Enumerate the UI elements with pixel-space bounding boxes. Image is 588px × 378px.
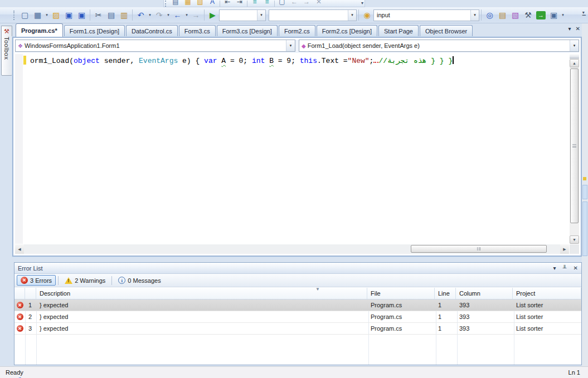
column-column-header[interactable]: Column	[456, 288, 513, 299]
decrease-indent-icon[interactable]: ⇤	[221, 0, 234, 7]
toolbar-overflow-icon[interactable]: ▾▔	[582, 10, 586, 20]
comment-lines-icon[interactable]: ≡	[249, 0, 261, 7]
find-combo[interactable]: input ▾	[373, 9, 479, 21]
messages-filter-button[interactable]: 0 Messages	[114, 275, 164, 286]
uncomment-lines-icon[interactable]: ≡	[261, 0, 273, 7]
tab-form3[interactable]: Form3.cs	[179, 25, 216, 37]
errors-filter-button[interactable]: 3 Errors	[17, 275, 56, 286]
combo-dropdown-icon[interactable]: ▾	[348, 10, 356, 21]
project-column-header[interactable]: Project	[513, 288, 581, 299]
copy-button[interactable]: ▤	[105, 9, 118, 21]
find-symbol-icon[interactable]: ◉	[361, 9, 373, 21]
parameter-info-icon[interactable]: ▦	[182, 0, 194, 7]
sort-indicator-icon: ▼	[315, 287, 320, 292]
previous-bookmark-icon[interactable]: ←	[288, 0, 300, 7]
toolbar-grip[interactable]	[165, 1, 167, 7]
toolbar-grip[interactable]	[13, 11, 16, 20]
close-panel-icon[interactable]: ✕	[574, 265, 578, 271]
error-line: 1	[435, 313, 456, 320]
vertical-scroll-thumb[interactable]	[570, 68, 579, 223]
tab-form3-design[interactable]: Form3.cs [Design]	[217, 25, 278, 37]
save-button[interactable]: ▣	[62, 9, 75, 21]
command-window-button[interactable]: ▣	[547, 9, 560, 21]
scroll-right-icon[interactable]: ▶	[560, 244, 569, 254]
members-dropdown[interactable]: ◆ Form1_Load(object sender, EventArgs e)…	[299, 40, 579, 52]
error-number: 2	[25, 313, 36, 320]
warnings-filter-button[interactable]: 2 Warnings	[61, 275, 109, 286]
info-icon	[118, 277, 125, 284]
bookmark-icon[interactable]: ▢	[276, 0, 288, 7]
tab-form2[interactable]: Form2.cs	[279, 25, 315, 37]
error-row-3[interactable]: 3 } expected Program.cs 1 393 List sorte…	[14, 323, 581, 335]
tab-start-page[interactable]: Start Page	[378, 25, 419, 37]
combo-dropdown-icon[interactable]: ▾	[570, 40, 579, 51]
add-new-item-button[interactable]: ▦	[31, 9, 44, 21]
scroll-down-icon[interactable]: ▼	[570, 235, 579, 244]
horizontal-scroll-thumb[interactable]	[411, 245, 547, 253]
quick-info-icon[interactable]: ▧	[194, 0, 206, 7]
start-debugging-button[interactable]: ▶	[206, 9, 219, 21]
tab-form1-design[interactable]: Form1.cs [Design]	[64, 25, 125, 37]
code-text-area[interactable]: orm1_Load(object sender, EventArgs e) { …	[15, 54, 569, 244]
import-export-settings-button[interactable]: →	[536, 11, 546, 19]
tools-button[interactable]: ⚒	[522, 9, 534, 21]
description-column-header[interactable]: Description▼	[36, 288, 367, 299]
toolbar-overflow-icon[interactable]: ▾	[361, 0, 363, 7]
navigate-forward-button[interactable]: →	[189, 9, 202, 21]
tab-form2-design[interactable]: Form2.cs [Design]	[317, 25, 377, 37]
clear-bookmarks-icon[interactable]: ✕	[313, 0, 325, 7]
redo-button[interactable]: ↷	[153, 9, 166, 21]
tab-label: Form3.cs [Design]	[222, 28, 272, 35]
scroll-left-icon[interactable]: ◀	[15, 244, 24, 254]
file-column-header[interactable]: File	[367, 288, 435, 299]
scroll-up-icon[interactable]: ▲	[570, 59, 579, 67]
solution-configurations-combo[interactable]: ▾	[219, 9, 266, 21]
error-row-2[interactable]: 2 } expected Program.cs 1 393 List sorte…	[14, 311, 581, 323]
redo-dropdown-icon[interactable]: ▾	[166, 9, 171, 21]
active-files-dropdown-icon[interactable]: ▾	[568, 26, 571, 32]
tab-program-cs[interactable]: Program.cs*	[16, 23, 63, 37]
navigate-backward-button[interactable]: ←	[171, 9, 184, 21]
undo-dropdown-icon[interactable]: ▾	[147, 9, 153, 21]
paste-button[interactable]: ▥	[118, 9, 130, 21]
properties-window-button[interactable]: ▤	[496, 9, 509, 21]
add-new-item-dropdown-icon[interactable]: ▾	[44, 9, 50, 21]
add-new-item-button-2[interactable]: ▧	[509, 9, 522, 21]
next-bookmark-icon[interactable]: →	[300, 0, 313, 7]
line-column-header[interactable]: Line	[435, 288, 456, 299]
new-project-button[interactable]: ▢	[18, 9, 31, 21]
window-position-dropdown-icon[interactable]: ▾	[553, 265, 556, 271]
find-in-files-button[interactable]: ◎	[483, 9, 496, 21]
column-label: Line	[438, 290, 450, 297]
close-document-icon[interactable]: ✕	[576, 26, 580, 32]
member-list-icon[interactable]: ▤	[169, 0, 182, 7]
splitter-handle[interactable]	[570, 54, 579, 58]
toolbox-autohide-tab[interactable]: ⚒ Toolbox	[1, 26, 12, 76]
solution-platforms-combo[interactable]: ▾	[269, 9, 357, 21]
tab-object-browser[interactable]: Object Browser	[420, 25, 473, 37]
number-column-header[interactable]	[25, 288, 36, 299]
navigate-backward-dropdown-icon[interactable]: ▾	[184, 9, 189, 21]
code-identifier-squiggle: B	[269, 57, 274, 65]
error-list-titlebar[interactable]: Error List ▾ ╨ ✕	[14, 263, 581, 274]
error-list-title: Error List	[18, 265, 43, 272]
cut-button[interactable]: ✂	[92, 9, 105, 21]
save-all-button[interactable]: ▣	[75, 9, 88, 21]
tab-datacontrol[interactable]: DataControl.cs	[126, 25, 178, 37]
vertical-scrollbar[interactable]: ▲ ▼	[570, 54, 579, 244]
open-file-button[interactable]: ▨	[50, 9, 62, 21]
combo-dropdown-icon[interactable]: ▾	[470, 10, 479, 21]
combo-dropdown-icon[interactable]: ▾	[286, 40, 295, 51]
combo-dropdown-icon[interactable]: ▾	[257, 10, 265, 21]
increase-indent-icon[interactable]: ⇥	[234, 0, 246, 7]
errors-filter-label: 3 Errors	[30, 277, 52, 284]
command-window-dropdown-icon[interactable]: ▾	[560, 9, 566, 21]
word-completion-icon[interactable]: A	[206, 0, 218, 7]
error-column: 393	[456, 325, 513, 332]
types-dropdown[interactable]: ❖ WindowsFormsApplication1.Form1 ▾	[15, 40, 295, 52]
auto-hide-pin-icon[interactable]: ╨	[563, 265, 567, 271]
undo-button[interactable]: ↶	[134, 9, 147, 21]
horizontal-scrollbar[interactable]: ◀ ▶	[15, 244, 569, 254]
icon-column-header[interactable]	[14, 288, 25, 299]
error-row-1[interactable]: 1 } expected Program.cs 1 393 List sorte…	[14, 300, 581, 311]
